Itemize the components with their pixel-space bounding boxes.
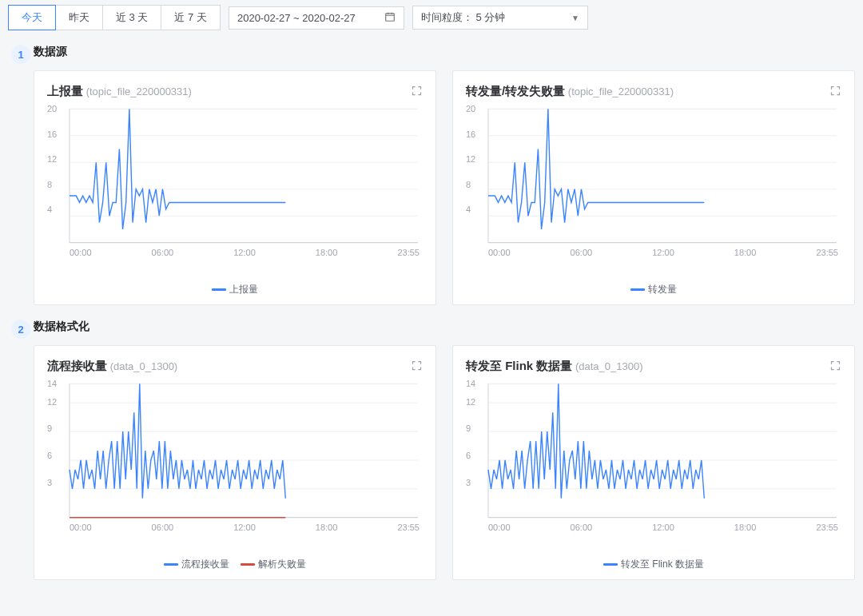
x-tick: 00:00 — [70, 523, 92, 532]
chart-plot: 369121400:0006:0012:0018:0023:55 — [47, 379, 423, 554]
x-tick: 18:00 — [316, 248, 338, 257]
range-segment: 今天 昨天 近 3 天 近 7 天 — [8, 5, 221, 30]
chart-legend: 转发至 Flink 数据量 — [466, 554, 841, 574]
x-tick: 00:00 — [488, 248, 511, 257]
x-tick: 12:00 — [652, 248, 674, 257]
x-tick: 18:00 — [734, 248, 757, 257]
svg-rect-0 — [386, 13, 395, 20]
chart-plot: 4812162000:0006:0012:0018:0023:55 — [47, 104, 423, 280]
panel-title: 转发至 Flink 数据量 — [466, 359, 572, 372]
x-tick: 23:55 — [397, 248, 420, 257]
panel-title: 流程接收量 — [47, 359, 107, 372]
expand-icon[interactable] — [411, 85, 423, 99]
panel-subtitle: (topic_file_220000331) — [86, 85, 192, 97]
panel-subtitle: (topic_file_220000331) — [568, 85, 674, 97]
x-tick: 00:00 — [488, 523, 511, 532]
toolbar: 今天 昨天 近 3 天 近 7 天 2020-02-27 ~ 2020-02-2… — [8, 5, 855, 30]
x-tick: 06:00 — [571, 523, 593, 532]
range-yesterday[interactable]: 昨天 — [55, 5, 103, 30]
chart-legend: 转发量 — [466, 280, 841, 300]
x-tick: 23:55 — [816, 523, 838, 532]
section-title-2: 数据格式化 — [34, 320, 855, 334]
calendar-icon — [384, 11, 396, 25]
step-badge-1: 1 — [11, 45, 30, 64]
x-tick: 12:00 — [652, 523, 674, 532]
panel-report-volume: 上报量 (topic_file_220000331)4812162000:000… — [34, 70, 436, 305]
panel-flink-forward: 转发至 Flink 数据量 (data_0_1300)369121400:000… — [452, 345, 855, 580]
step-badge-2: 2 — [11, 320, 30, 339]
x-tick: 18:00 — [734, 523, 757, 532]
chevron-down-icon: ▼ — [571, 14, 579, 22]
x-tick: 23:55 — [397, 523, 420, 532]
range-7d[interactable]: 近 7 天 — [161, 5, 220, 30]
date-range-text: 2020-02-27 ~ 2020-02-27 — [237, 12, 356, 24]
chart-legend: 上报量 — [47, 280, 423, 300]
panel-title: 上报量 — [47, 84, 83, 97]
x-tick: 18:00 — [316, 523, 338, 532]
legend-item: 上报量 — [212, 283, 258, 296]
panel-process-receive: 流程接收量 (data_0_1300)369121400:0006:0012:0… — [34, 345, 436, 580]
x-tick: 06:00 — [152, 248, 174, 257]
legend-item: 流程接收量 — [164, 558, 229, 571]
legend-item: 解析失败量 — [241, 558, 306, 571]
granularity-label: 时间粒度： — [421, 11, 473, 23]
granularity-value: 5 分钟 — [476, 11, 506, 23]
legend-item: 转发量 — [630, 283, 677, 296]
legend-item: 转发至 Flink 数据量 — [603, 558, 704, 571]
panel-title: 转发量/转发失败量 — [466, 84, 565, 97]
x-tick: 23:55 — [816, 248, 838, 257]
x-tick: 12:00 — [233, 523, 256, 532]
granularity-select[interactable]: 时间粒度： 5 分钟 ▼ — [412, 6, 588, 30]
x-tick: 12:00 — [233, 248, 256, 257]
x-tick: 06:00 — [571, 248, 593, 257]
date-range-picker[interactable]: 2020-02-27 ~ 2020-02-27 — [229, 6, 404, 30]
x-tick: 06:00 — [152, 523, 174, 532]
x-tick: 00:00 — [70, 248, 92, 257]
chart-plot: 369121400:0006:0012:0018:0023:55 — [466, 379, 841, 554]
range-3d[interactable]: 近 3 天 — [102, 5, 161, 30]
panel-forward-volume: 转发量/转发失败量 (topic_file_220000331)48121620… — [452, 70, 855, 305]
expand-icon[interactable] — [411, 360, 423, 374]
panel-subtitle: (data_0_1300) — [575, 360, 643, 372]
panel-subtitle: (data_0_1300) — [110, 360, 178, 372]
chart-legend: 流程接收量解析失败量 — [47, 554, 423, 574]
chart-plot: 4812162000:0006:0012:0018:0023:55 — [466, 104, 841, 280]
range-today[interactable]: 今天 — [8, 5, 56, 30]
expand-icon[interactable] — [829, 360, 841, 374]
section-title-1: 数据源 — [34, 45, 855, 59]
expand-icon[interactable] — [829, 85, 841, 99]
